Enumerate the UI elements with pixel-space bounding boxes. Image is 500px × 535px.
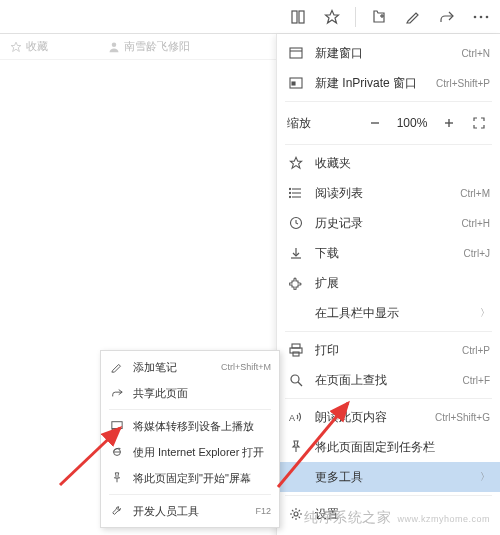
svg-point-21 — [289, 188, 290, 189]
downloads-item[interactable]: 下载 Ctrl+J — [277, 238, 500, 268]
bookmark-item-1-label: 南雪龄飞修阳 — [124, 39, 190, 54]
gear-icon — [287, 507, 305, 521]
zoom-out-button[interactable] — [364, 112, 386, 134]
star-icon — [287, 156, 305, 170]
pin-taskbar-label: 将此页面固定到任务栏 — [315, 439, 490, 456]
svg-point-30 — [291, 375, 299, 383]
extension-icon — [287, 276, 305, 290]
more-menu-icon[interactable] — [466, 2, 496, 32]
read-aloud-item[interactable]: A 朗读此页内容 Ctrl+Shift+G — [277, 402, 500, 432]
find-item[interactable]: 在页面上查找 Ctrl+F — [277, 365, 500, 395]
download-icon — [287, 246, 305, 260]
show-in-toolbar-item[interactable]: 在工具栏中显示 〉 — [277, 298, 500, 328]
svg-point-34 — [294, 512, 298, 516]
history-icon — [287, 216, 305, 230]
share-icon — [109, 387, 125, 399]
svg-point-22 — [289, 192, 290, 193]
svg-rect-10 — [290, 48, 302, 58]
more-tools-label: 更多工具 — [315, 469, 476, 486]
chevron-right-icon: 〉 — [480, 306, 490, 320]
dev-tools-shortcut: F12 — [255, 506, 271, 516]
extensions-item[interactable]: 扩展 — [277, 268, 500, 298]
extensions-label: 扩展 — [315, 275, 490, 292]
new-window-shortcut: Ctrl+N — [461, 48, 490, 59]
bookmarks-favorites-item[interactable]: 收藏 — [10, 39, 48, 54]
cast-media-item[interactable]: 将媒体转移到设备上播放 — [101, 413, 279, 439]
zoom-value: 100% — [394, 116, 430, 130]
svg-rect-13 — [292, 82, 295, 85]
more-tools-submenu: 添加笔记 Ctrl+Shift+M 共享此页面 将媒体转移到设备上播放 使用 I… — [100, 350, 280, 528]
browser-main-menu: 新建窗口 Ctrl+N 新建 InPrivate 窗口 Ctrl+Shift+P… — [276, 34, 500, 535]
notes-icon[interactable] — [398, 2, 428, 32]
zoom-label: 缩放 — [287, 115, 347, 132]
fullscreen-icon[interactable] — [468, 112, 490, 134]
show-in-toolbar-label: 在工具栏中显示 — [315, 305, 476, 322]
pin-start-item[interactable]: 将此页固定到"开始"屏幕 — [101, 465, 279, 491]
browser-top-toolbar — [0, 0, 500, 34]
downloads-label: 下载 — [315, 245, 464, 262]
svg-point-6 — [480, 15, 483, 18]
print-label: 打印 — [315, 342, 462, 359]
favorites-hub-icon[interactable] — [364, 2, 394, 32]
list-icon — [287, 186, 305, 200]
cast-media-label: 将媒体转移到设备上播放 — [133, 419, 271, 434]
favorite-star-icon[interactable] — [317, 2, 347, 32]
pin-icon — [287, 440, 305, 454]
new-inprivate-label: 新建 InPrivate 窗口 — [315, 75, 436, 92]
svg-point-23 — [289, 196, 290, 197]
new-window-item[interactable]: 新建窗口 Ctrl+N — [277, 38, 500, 68]
dev-tools-label: 开发人员工具 — [133, 504, 255, 519]
add-notes-item[interactable]: 添加笔记 Ctrl+Shift+M — [101, 354, 279, 380]
help-item[interactable]: 帮助和反馈 〉 — [277, 529, 500, 535]
svg-marker-8 — [11, 42, 21, 51]
reading-list-item[interactable]: 阅读列表 Ctrl+M — [277, 178, 500, 208]
svg-rect-0 — [292, 11, 297, 23]
svg-point-38 — [112, 429, 113, 430]
menu-separator — [109, 409, 271, 410]
svg-point-5 — [474, 15, 477, 18]
print-icon — [287, 343, 305, 357]
more-tools-item[interactable]: 更多工具 〉 — [277, 462, 500, 492]
svg-line-31 — [298, 382, 302, 386]
svg-point-7 — [486, 15, 489, 18]
open-ie-item[interactable]: 使用 Internet Explorer 打开 — [101, 439, 279, 465]
share-page-item[interactable]: 共享此页面 — [101, 380, 279, 406]
new-window-label: 新建窗口 — [315, 45, 461, 62]
new-inprivate-item[interactable]: 新建 InPrivate 窗口 Ctrl+Shift+P — [277, 68, 500, 98]
find-shortcut: Ctrl+F — [463, 375, 491, 386]
watermark: 纯净系统之家 www.kzmyhome.com — [304, 509, 490, 527]
notes-icon — [109, 361, 125, 373]
svg-text:A: A — [289, 413, 295, 423]
zoom-in-button[interactable] — [438, 112, 460, 134]
reading-list-shortcut: Ctrl+M — [460, 188, 490, 199]
toolbar-divider — [355, 7, 356, 27]
pin-start-label: 将此页固定到"开始"屏幕 — [133, 471, 271, 486]
print-item[interactable]: 打印 Ctrl+P — [277, 335, 500, 365]
svg-rect-1 — [299, 11, 304, 23]
menu-separator — [285, 144, 492, 145]
pin-taskbar-item[interactable]: 将此页面固定到任务栏 — [277, 432, 500, 462]
open-ie-label: 使用 Internet Explorer 打开 — [133, 445, 271, 460]
zoom-row: 缩放 100% — [277, 105, 500, 141]
menu-separator — [285, 398, 492, 399]
history-item[interactable]: 历史记录 Ctrl+H — [277, 208, 500, 238]
dev-tools-item[interactable]: 开发人员工具 F12 — [101, 498, 279, 524]
read-aloud-label: 朗读此页内容 — [315, 409, 435, 426]
chevron-right-icon: 〉 — [480, 470, 490, 484]
cast-icon — [109, 420, 125, 432]
menu-separator — [285, 101, 492, 102]
menu-separator — [285, 495, 492, 496]
favorites-item[interactable]: 收藏夹 — [277, 148, 500, 178]
new-inprivate-shortcut: Ctrl+Shift+P — [436, 78, 490, 89]
reading-view-icon[interactable] — [283, 2, 313, 32]
history-shortcut: Ctrl+H — [461, 218, 490, 229]
print-shortcut: Ctrl+P — [462, 345, 490, 356]
share-icon[interactable] — [432, 2, 462, 32]
watermark-brand: 纯净系统之家 — [304, 509, 391, 527]
wrench-icon — [109, 505, 125, 517]
ie-icon — [109, 446, 125, 458]
search-icon — [287, 373, 305, 387]
bookmarks-favorites-label: 收藏 — [26, 39, 48, 54]
bookmark-item-1[interactable]: 南雪龄飞修阳 — [108, 39, 190, 54]
svg-marker-17 — [290, 157, 301, 168]
